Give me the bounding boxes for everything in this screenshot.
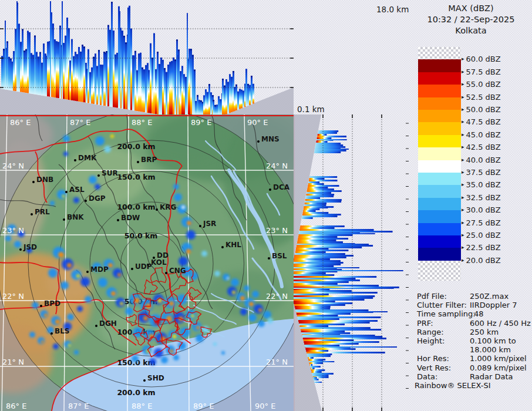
right-profile-panel-region[interactable] xyxy=(294,114,409,411)
top-profile-panel-region[interactable] xyxy=(0,0,294,114)
map-region[interactable] xyxy=(0,114,294,411)
radar-display-window: 200.0 km150.0 km100.0 km50.0 km50.0 km10… xyxy=(0,0,532,411)
